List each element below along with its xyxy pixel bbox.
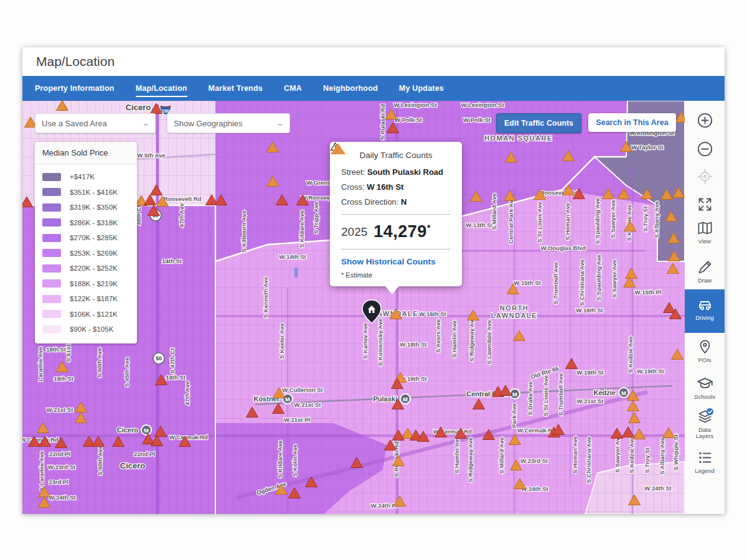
sidebar-tool-locate[interactable]: [685, 168, 725, 185]
transit-station[interactable]: KedzieM: [594, 388, 629, 398]
legend-swatch: [42, 218, 61, 226]
city-label: Cicero: [126, 103, 151, 112]
popup-detail-row: Street: South Pulaski Road: [341, 167, 451, 177]
legend-row: $270K - $285K: [35, 230, 137, 246]
street-label: Laramie Ave: [37, 347, 44, 381]
street-label: W Lexington St: [461, 101, 504, 108]
show-geographies-dropdown[interactable]: Show Geographies ⌄: [167, 113, 290, 133]
search-this-area-button[interactable]: Search in This Area: [588, 113, 676, 132]
street-label: S Albany Ave: [659, 437, 665, 475]
transit-station[interactable]: KostnerM: [253, 394, 293, 404]
street-label: W Cermak Rd: [169, 434, 208, 441]
sidebar-tool-zoom-in[interactable]: [685, 112, 725, 129]
sidebar-tool-expand[interactable]: [685, 196, 725, 213]
svg-text:Kedzie: Kedzie: [594, 389, 616, 396]
tab-property-information[interactable]: Property Information: [35, 76, 115, 101]
legend-range-label: $188K - $219K: [70, 280, 118, 287]
street-label: W Polk St: [463, 116, 491, 123]
street-label: S Kilbourn Ave: [240, 210, 247, 252]
street-label: W Cullerton St: [282, 386, 323, 393]
street-label: S Spaulding Ave: [595, 254, 602, 301]
legend-row: $286K - $318K: [35, 215, 137, 231]
edit-traffic-counts-button[interactable]: Edit Traffic Counts: [496, 113, 581, 133]
sidebar-tool-data-layers[interactable]: Data Layers: [685, 408, 725, 440]
sidebar-tool-driving[interactable]: Driving: [685, 296, 725, 321]
legend-swatch: [42, 295, 61, 303]
street-label: W Lexington St: [393, 101, 437, 108]
street-label: 22nd Pl: [134, 450, 155, 457]
sidebar-tool-schools[interactable]: Schools: [685, 375, 725, 400]
legend-swatch: [42, 188, 61, 196]
popup-detail-row: Cross Direction: N: [341, 197, 451, 207]
sidebar-tool-legend[interactable]: Legend: [685, 449, 725, 474]
sidebar-tool-label: Legend: [695, 468, 715, 474]
tab-market-trends[interactable]: Market Trends: [209, 76, 263, 101]
street-label: S Hamlin Ave: [451, 320, 458, 358]
street-label: 19th St: [166, 374, 186, 381]
legend-row: $253K - $269K: [35, 246, 137, 261]
map-canvas[interactable]: W Lexington StW Lexington StW Polk StW P…: [22, 101, 685, 514]
tab-cma[interactable]: CMA: [284, 76, 302, 101]
sidebar-tool-draw[interactable]: Draw: [685, 259, 725, 284]
route-shield: 50: [153, 353, 164, 364]
transit-station[interactable]: CiceroM: [117, 425, 151, 435]
street-label: S Laramie Ave: [38, 451, 45, 492]
street-label: S Troy St: [642, 206, 649, 232]
transit-station[interactable]: Central ParkM: [466, 389, 520, 399]
sidebar-tool-pois[interactable]: POIs: [685, 338, 725, 363]
street-label: S Christiana Ave: [585, 437, 592, 483]
show-historical-counts-link[interactable]: Show Historical Counts: [341, 257, 451, 266]
legend-row: $188K - $219K: [35, 276, 137, 292]
sidebar-tool-label: View: [698, 238, 711, 245]
transit-station[interactable]: PulaskiM: [373, 394, 410, 404]
tab-my-updates[interactable]: My Updates: [399, 76, 444, 101]
sidebar-tool-zoom-out[interactable]: [685, 141, 725, 157]
street-label: S Troy St: [644, 447, 651, 474]
svg-text:Cicero: Cicero: [117, 426, 139, 434]
traffic-year: 2025: [341, 225, 367, 239]
street-label: S Millard Ave: [498, 437, 505, 474]
street-label: W 16th St: [419, 310, 446, 317]
popup-detail-row: Cross: W 16th St: [341, 182, 451, 192]
street-label: S Kildare Ave: [276, 441, 283, 478]
area-label: NORTH: [500, 304, 529, 312]
svg-text:50: 50: [156, 355, 162, 362]
legend-swatch: [42, 325, 61, 334]
street-label: W Douglas Blvd: [541, 245, 586, 251]
locate-icon: [697, 168, 713, 185]
street-label: S Christiana Ave: [578, 259, 585, 306]
saved-area-dropdown[interactable]: Use a Saved Area ⌄: [35, 113, 156, 133]
schools-icon: [697, 375, 713, 392]
area-label: HOMAN SQUARE: [484, 134, 553, 142]
zoom-out-icon: [697, 141, 713, 157]
street-label: W 15th St: [514, 279, 541, 286]
legend-title: Median Sold Price: [35, 142, 137, 164]
pois-icon: [697, 338, 713, 355]
saved-area-value: Use a Saved Area: [42, 119, 107, 128]
legend-row: +$417K: [35, 169, 137, 185]
svg-text:Pulaski: Pulaski: [373, 395, 397, 403]
street-label: 19th St: [54, 375, 74, 382]
street-label: S Ridgeway Ave: [468, 317, 475, 362]
zoom-in-icon: [697, 112, 713, 129]
street-label: 14th St: [162, 258, 182, 264]
tab-map-location[interactable]: Map/Location: [136, 76, 187, 101]
street-label: W 19th St: [637, 368, 664, 375]
legend-range-label: $122K - $187K: [70, 295, 118, 302]
street-label: S Pulaski Rd: [379, 104, 386, 140]
street-label: Central Park Ave: [507, 197, 514, 243]
legend-range-label: $220K - $252K: [70, 264, 118, 272]
street-label: S Kedzie Ave: [627, 337, 634, 373]
street-label: W 23rd St: [520, 457, 548, 464]
map-view-icon: [697, 220, 713, 236]
street-label: S Homan Ave: [571, 436, 578, 474]
tab-neighborhood[interactable]: Neighborhood: [323, 76, 378, 101]
sidebar-tool-map-view[interactable]: View: [685, 220, 725, 245]
legend-range-label: $253K - $269K: [70, 250, 118, 257]
street-label: S 47th Ct: [169, 348, 176, 374]
svg-text:M: M: [403, 396, 408, 403]
street-label: S Lawndale Ave: [486, 320, 492, 365]
chevron-down-icon: ⌄: [141, 119, 150, 128]
legend-range-label: $106K - $121K: [70, 310, 118, 318]
street-label: S Trumbull Ave: [557, 373, 564, 416]
